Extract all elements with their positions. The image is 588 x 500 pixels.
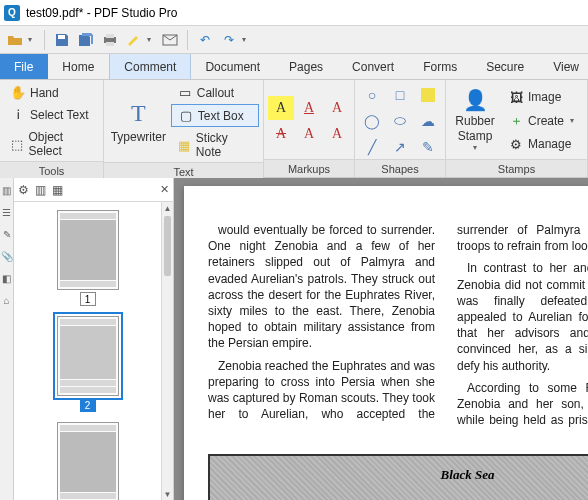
rail-bookmarks-icon[interactable]: ☰ bbox=[1, 206, 13, 218]
hand-icon: ✋ bbox=[10, 85, 26, 100]
sticky-button[interactable]: ▦Sticky Note bbox=[171, 128, 259, 162]
typewriter-icon: T bbox=[131, 99, 146, 128]
textbox-button[interactable]: ▢Text Box bbox=[171, 104, 259, 127]
thumbnail-panel: ⚙ ▥ ▦ ✕ 1 2 bbox=[14, 178, 174, 500]
square-shape-icon[interactable]: □ bbox=[387, 83, 413, 107]
save-icon[interactable] bbox=[51, 29, 73, 51]
open-icon[interactable] bbox=[4, 29, 26, 51]
scroll-up-icon[interactable]: ▲ bbox=[162, 202, 173, 214]
tab-pages[interactable]: Pages bbox=[275, 54, 338, 79]
group-shapes: ○ □ ◯ ⬭ ☁ ╱ ↗ ✎ Shapes bbox=[355, 80, 446, 177]
gear-icon: ⚙ bbox=[508, 137, 524, 152]
redo-icon[interactable]: ↷ bbox=[218, 29, 240, 51]
highlight-icon[interactable] bbox=[123, 29, 145, 51]
rail-pages-icon[interactable]: ▥ bbox=[1, 184, 13, 196]
thumbnail-page-1[interactable] bbox=[57, 210, 119, 290]
callout-icon: ▭ bbox=[177, 85, 193, 100]
cloud-shape-icon[interactable]: ☁ bbox=[415, 109, 441, 133]
tab-comment[interactable]: Comment bbox=[109, 54, 191, 79]
open-dropdown[interactable]: ▾ bbox=[28, 35, 38, 44]
pointer-icon: ⬚ bbox=[10, 137, 24, 152]
textbox-label: Text Box bbox=[198, 109, 244, 123]
thumb-grid-icon[interactable]: ▦ bbox=[52, 183, 63, 197]
object-select-tool[interactable]: ⬚Object Select bbox=[4, 127, 99, 161]
thumbnail-page-2[interactable] bbox=[57, 316, 119, 396]
tab-file[interactable]: File bbox=[0, 54, 48, 79]
stamp-icon: 👤 bbox=[463, 88, 488, 112]
area-shape-icon[interactable] bbox=[421, 88, 435, 102]
document-viewport[interactable]: would eventually be forced to surrender.… bbox=[174, 178, 588, 500]
highlight-dropdown[interactable]: ▾ bbox=[147, 35, 157, 44]
line-shape-icon[interactable]: ╱ bbox=[359, 135, 385, 159]
page-content: would eventually be forced to surrender.… bbox=[184, 186, 588, 500]
sticky-icon: ▦ bbox=[177, 138, 192, 153]
image-label: Image bbox=[528, 90, 561, 104]
arrow-shape-icon[interactable]: ↗ bbox=[387, 135, 413, 159]
window-title: test09.pdf* - PDF Studio Pro bbox=[26, 6, 177, 20]
titlebar: Q test09.pdf* - PDF Studio Pro bbox=[0, 0, 588, 26]
oval-shape-icon[interactable]: ⬭ bbox=[387, 109, 413, 133]
save-all-icon[interactable] bbox=[75, 29, 97, 51]
highlight-markup-icon[interactable]: A bbox=[268, 96, 294, 120]
sticky-label: Sticky Note bbox=[196, 131, 253, 159]
text-cursor-icon: Ꭵ bbox=[10, 107, 26, 123]
rail-sign-icon[interactable]: ✎ bbox=[1, 228, 13, 240]
separator bbox=[44, 30, 45, 50]
tab-convert[interactable]: Convert bbox=[338, 54, 409, 79]
thumbnail-number: 1 bbox=[80, 292, 96, 306]
create-label: Create bbox=[528, 114, 564, 128]
left-rail: ▥ ☰ ✎ 📎 ◧ ⌂ bbox=[0, 178, 14, 500]
group-stamps: 👤 Rubber Stamp ▾ 🖼Image ＋Create▾ ⚙Manage… bbox=[446, 80, 588, 177]
pencil-shape-icon[interactable]: ✎ bbox=[415, 135, 441, 159]
typewriter-label: Typewriter bbox=[111, 130, 166, 144]
thumbnail-number: 2 bbox=[80, 398, 96, 412]
circle-shape-icon[interactable]: ○ bbox=[359, 83, 385, 107]
undo-icon[interactable]: ↶ bbox=[194, 29, 216, 51]
thumbnail-scrollbar[interactable]: ▲ ▼ bbox=[161, 202, 173, 500]
thumb-options-icon[interactable]: ⚙ bbox=[18, 183, 29, 197]
redo-dropdown[interactable]: ▾ bbox=[242, 35, 252, 44]
create-button[interactable]: ＋Create▾ bbox=[502, 109, 580, 133]
rail-layers-icon[interactable]: ◧ bbox=[1, 272, 13, 284]
tab-secure[interactable]: Secure bbox=[472, 54, 539, 79]
thumbnail-list[interactable]: 1 2 bbox=[14, 202, 161, 500]
group-label-tools: Tools bbox=[0, 161, 103, 179]
textbox-icon: ▢ bbox=[178, 108, 194, 123]
rail-attach-icon[interactable]: 📎 bbox=[1, 250, 13, 262]
rubber-stamp-label: Rubber Stamp bbox=[455, 114, 494, 143]
plus-icon: ＋ bbox=[508, 112, 524, 130]
separator bbox=[187, 30, 188, 50]
squiggly-markup-icon[interactable]: A bbox=[324, 96, 350, 120]
tab-home[interactable]: Home bbox=[48, 54, 109, 79]
svg-rect-2 bbox=[106, 34, 114, 38]
print-icon[interactable] bbox=[99, 29, 121, 51]
callout-button[interactable]: ▭Callout bbox=[171, 82, 259, 103]
thumb-view-icon[interactable]: ▥ bbox=[35, 183, 46, 197]
mail-icon[interactable] bbox=[159, 29, 181, 51]
rubber-stamp-button[interactable]: 👤 Rubber Stamp ▾ bbox=[450, 86, 500, 154]
image-button[interactable]: 🖼Image bbox=[502, 87, 580, 108]
typewriter-button[interactable]: T Typewriter bbox=[108, 97, 169, 146]
tab-view[interactable]: View bbox=[539, 54, 588, 79]
select-text-tool[interactable]: ᎥSelect Text bbox=[4, 104, 99, 126]
svg-rect-3 bbox=[106, 42, 114, 46]
tab-document[interactable]: Document bbox=[191, 54, 275, 79]
app-icon: Q bbox=[4, 5, 20, 21]
select-text-label: Select Text bbox=[30, 108, 88, 122]
hand-tool[interactable]: ✋Hand bbox=[4, 82, 99, 103]
scroll-thumb[interactable] bbox=[164, 216, 171, 276]
manage-button[interactable]: ⚙Manage bbox=[502, 134, 580, 155]
rail-tags-icon[interactable]: ⌂ bbox=[1, 294, 13, 306]
close-panel-icon[interactable]: ✕ bbox=[160, 183, 169, 196]
thumbnail-page-3[interactable] bbox=[57, 422, 119, 500]
tab-forms[interactable]: Forms bbox=[409, 54, 472, 79]
replace-markup-icon[interactable]: A bbox=[324, 122, 350, 146]
group-tools: ✋Hand ᎥSelect Text ⬚Object Select Tools bbox=[0, 80, 104, 177]
scroll-down-icon[interactable]: ▼ bbox=[162, 488, 173, 500]
strikeout-markup-icon[interactable]: A bbox=[268, 122, 294, 146]
quick-toolbar: ▾ ▾ ↶ ↷ ▾ bbox=[0, 26, 588, 54]
underline-markup-icon[interactable]: A bbox=[296, 96, 322, 120]
ribbon: ✋Hand ᎥSelect Text ⬚Object Select Tools … bbox=[0, 80, 588, 178]
insert-markup-icon[interactable]: A bbox=[296, 122, 322, 146]
ellipse-shape-icon[interactable]: ◯ bbox=[359, 109, 385, 133]
